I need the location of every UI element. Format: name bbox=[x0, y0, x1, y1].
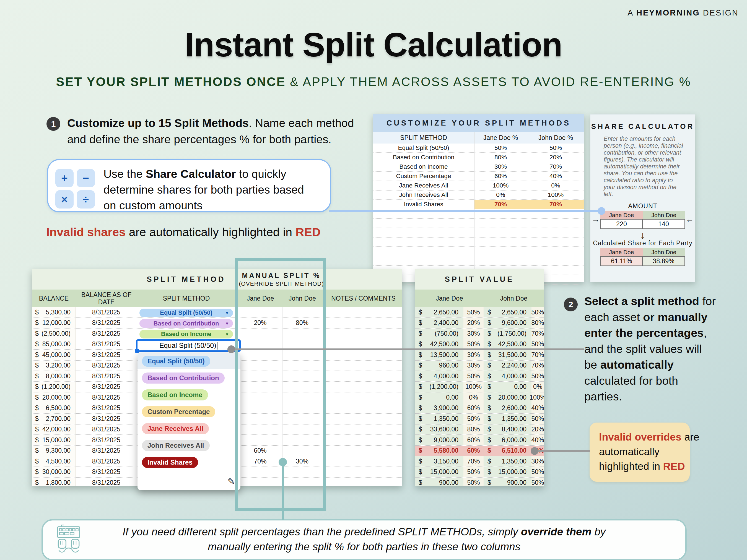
john-percent-cell[interactable] bbox=[527, 219, 584, 228]
balance-cell[interactable]: $3,200.00 bbox=[32, 361, 76, 371]
sv-john-percent-cell[interactable]: 80% bbox=[532, 318, 544, 328]
amount-input-jane[interactable]: 220 bbox=[600, 219, 643, 229]
balance-date-cell[interactable]: 8/31/2025 bbox=[76, 350, 137, 360]
selection-handle[interactable] bbox=[135, 349, 139, 353]
sv-jane-value-cell[interactable]: $0.00 bbox=[415, 393, 463, 403]
sv-jane-percent-cell[interactable]: 80% bbox=[463, 425, 484, 435]
sv-jane-percent-cell[interactable]: 60% bbox=[463, 446, 484, 456]
sv-john-value-cell[interactable]: $6,000.00 bbox=[484, 435, 532, 445]
sv-john-percent-cell[interactable]: 100% bbox=[532, 393, 544, 403]
balance-date-cell[interactable]: 8/31/2025 bbox=[76, 435, 137, 445]
sv-jane-percent-cell[interactable]: 50% bbox=[463, 371, 484, 381]
john-percent-cell[interactable]: 40% bbox=[527, 172, 584, 181]
sv-jane-value-cell[interactable]: $(750.00) bbox=[415, 328, 463, 339]
sv-jane-value-cell[interactable]: $42,500.00 bbox=[415, 339, 463, 350]
balance-cell[interactable]: $30,000.00 bbox=[32, 467, 76, 477]
john-percent-cell[interactable]: 20% bbox=[527, 153, 584, 162]
method-chip[interactable]: Based on Contribution▼ bbox=[139, 319, 233, 328]
sv-jane-percent-cell[interactable]: 30% bbox=[463, 350, 484, 360]
balance-cell[interactable]: $12,000.00 bbox=[32, 318, 76, 328]
method-cell[interactable]: Based on Income▼ bbox=[137, 328, 236, 339]
sv-john-percent-cell[interactable]: 50% bbox=[532, 414, 544, 424]
balance-date-cell[interactable]: 8/31/2025 bbox=[76, 371, 137, 381]
sv-jane-value-cell[interactable]: $33,600.00 bbox=[415, 425, 463, 435]
balance-date-cell[interactable]: 8/31/2025 bbox=[76, 456, 137, 466]
jane-percent-cell[interactable] bbox=[474, 228, 527, 237]
notes-cell[interactable] bbox=[325, 435, 402, 445]
method-cell[interactable]: Equal Split (50/50)▼ bbox=[137, 307, 236, 318]
balance-cell[interactable]: $8,000.00 bbox=[32, 371, 76, 381]
notes-cell[interactable] bbox=[325, 446, 402, 456]
sv-john-percent-cell[interactable]: 40% bbox=[532, 435, 544, 445]
balance-date-cell[interactable]: 8/31/2025 bbox=[76, 361, 137, 371]
sv-john-percent-cell[interactable]: 50% bbox=[532, 307, 544, 318]
balance-date-cell[interactable]: 8/31/2025 bbox=[76, 446, 137, 456]
john-percent-cell[interactable]: 50% bbox=[527, 143, 584, 152]
balance-cell[interactable]: $15,000.00 bbox=[32, 435, 76, 445]
john-percent-cell[interactable]: 100% bbox=[527, 190, 584, 199]
method-name-cell[interactable]: Based on Contribution bbox=[373, 153, 474, 162]
method-name-cell[interactable] bbox=[373, 228, 474, 237]
dropdown-item-equal[interactable]: Equal Split (50/50) bbox=[142, 356, 210, 367]
sv-jane-percent-cell[interactable]: 50% bbox=[463, 467, 484, 477]
method-cell[interactable]: Based on Contribution▼ bbox=[137, 318, 236, 328]
john-percent-cell[interactable]: 0% bbox=[527, 181, 584, 190]
balance-cell[interactable]: $45,000.00 bbox=[32, 350, 76, 360]
method-name-cell[interactable] bbox=[373, 238, 474, 246]
method-name-cell[interactable]: John Receives All bbox=[373, 190, 474, 199]
balance-date-cell[interactable]: 8/31/2025 bbox=[76, 414, 137, 424]
sv-jane-value-cell[interactable]: $13,500.00 bbox=[415, 350, 463, 360]
method-name-cell[interactable]: Based on Income bbox=[373, 162, 474, 171]
notes-cell[interactable] bbox=[325, 328, 402, 339]
notes-cell[interactable] bbox=[325, 307, 402, 318]
pencil-icon[interactable]: ✎ bbox=[227, 476, 235, 487]
notes-cell[interactable] bbox=[325, 393, 402, 403]
balance-date-cell[interactable]: 8/31/2025 bbox=[76, 318, 137, 328]
sv-john-value-cell[interactable]: $6,510.00 bbox=[484, 446, 532, 456]
notes-cell[interactable] bbox=[325, 467, 402, 477]
sv-jane-percent-cell[interactable]: 30% bbox=[463, 328, 484, 339]
jane-percent-cell[interactable]: 30% bbox=[474, 162, 527, 171]
jane-percent-cell[interactable] bbox=[474, 247, 527, 256]
sv-jane-value-cell[interactable]: $(1,200.00) bbox=[415, 382, 463, 392]
sv-jane-percent-cell[interactable]: 50% bbox=[463, 478, 484, 486]
john-percent-cell[interactable] bbox=[527, 228, 584, 237]
sv-john-value-cell[interactable]: $31,500.00 bbox=[484, 350, 532, 360]
sv-john-percent-cell[interactable]: 70% bbox=[532, 361, 544, 371]
sv-john-percent-cell[interactable]: 20% bbox=[532, 425, 544, 435]
balance-date-cell[interactable]: 8/31/2025 bbox=[76, 467, 137, 477]
dropdown-item-invalid[interactable]: Invalid Shares bbox=[142, 457, 198, 468]
notes-cell[interactable] bbox=[325, 478, 402, 486]
balance-date-cell[interactable]: 8/31/2025 bbox=[76, 382, 137, 392]
method-edit-cell[interactable]: Equal Split (50/50) bbox=[136, 339, 241, 352]
john-percent-cell[interactable] bbox=[527, 256, 584, 265]
sv-jane-value-cell[interactable]: $900.00 bbox=[415, 478, 463, 486]
sv-jane-percent-cell[interactable]: 0% bbox=[463, 393, 484, 403]
sv-jane-value-cell[interactable]: $2,400.00 bbox=[415, 318, 463, 328]
sv-jane-percent-cell[interactable]: 20% bbox=[463, 318, 484, 328]
balance-cell[interactable]: $2,700.00 bbox=[32, 414, 76, 424]
john-percent-cell[interactable] bbox=[527, 247, 584, 256]
sv-jane-percent-cell[interactable]: 60% bbox=[463, 435, 484, 445]
dropdown-item-contrib[interactable]: Based on Contribution bbox=[142, 373, 225, 383]
sv-john-value-cell[interactable]: $2,600.00 bbox=[484, 403, 532, 414]
sv-john-percent-cell[interactable]: 70% bbox=[532, 350, 544, 360]
sv-john-value-cell[interactable]: $8,400.00 bbox=[484, 425, 532, 435]
john-percent-cell[interactable] bbox=[527, 238, 584, 246]
balance-cell[interactable]: $20,000.00 bbox=[32, 393, 76, 403]
sv-john-value-cell[interactable]: $2,650.00 bbox=[484, 307, 532, 318]
dropdown-item-john[interactable]: John Receives All bbox=[142, 440, 210, 451]
sv-john-value-cell[interactable]: $900.00 bbox=[484, 478, 532, 486]
method-name-cell[interactable]: Equal Split (50/50) bbox=[373, 143, 474, 152]
dropdown-item-custom[interactable]: Custom Percentage bbox=[142, 406, 215, 417]
john-percent-cell[interactable]: 70% bbox=[527, 162, 584, 171]
sv-john-percent-cell[interactable]: 50% bbox=[532, 371, 544, 381]
sv-john-value-cell[interactable]: $15,000.00 bbox=[484, 467, 532, 477]
balance-date-cell[interactable]: 8/31/2025 bbox=[76, 425, 137, 435]
notes-cell[interactable] bbox=[325, 318, 402, 328]
notes-cell[interactable] bbox=[325, 414, 402, 424]
sv-john-value-cell[interactable]: $(1,750.00) bbox=[484, 328, 532, 339]
jane-percent-cell[interactable]: 80% bbox=[474, 153, 527, 162]
notes-cell[interactable] bbox=[325, 425, 402, 435]
notes-cell[interactable] bbox=[325, 361, 402, 371]
